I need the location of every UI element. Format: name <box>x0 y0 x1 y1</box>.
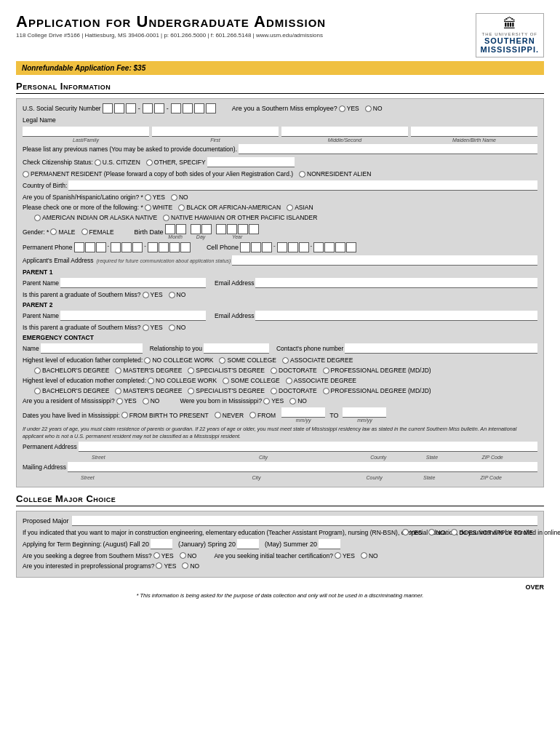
employee-yes-option[interactable]: YES <box>339 105 359 112</box>
female-option[interactable]: FEMALE <box>81 228 114 236</box>
ssn-cell-4[interactable] <box>143 103 153 113</box>
father-professional-radio[interactable] <box>323 367 329 374</box>
mailing-address-input[interactable] <box>68 462 537 472</box>
parent1-email-input[interactable] <box>255 278 537 288</box>
mother-associate-radio[interactable] <box>286 378 292 384</box>
father-associate-option[interactable]: ASSOCIATE DEGREE <box>282 356 353 364</box>
parent2-no-radio[interactable] <box>169 324 175 331</box>
parent1-name-input[interactable] <box>60 278 206 288</box>
spanish-no-option[interactable]: NO <box>171 194 188 201</box>
father-bachelors-option[interactable]: BACHELOR'S DEGREE <box>34 367 109 374</box>
day-cell-1[interactable] <box>191 224 201 234</box>
father-no-college-option[interactable]: NO COLLEGE WORK <box>144 356 213 364</box>
from-radio[interactable] <box>249 412 256 418</box>
day-cell-2[interactable] <box>201 224 212 234</box>
pacific-islander-radio[interactable] <box>163 215 169 221</box>
country-birth-input[interactable] <box>68 180 537 191</box>
employee-no-radio[interactable] <box>365 105 372 112</box>
us-citizen-radio[interactable] <box>95 159 101 166</box>
from-option[interactable]: FROM <box>249 412 276 419</box>
preprofessional-yes-option[interactable]: YES <box>156 562 176 570</box>
father-bachelors-radio[interactable] <box>34 367 41 374</box>
ssn-cell-6[interactable] <box>171 103 181 113</box>
father-specialist-radio[interactable] <box>188 367 194 374</box>
teacher-cert-no-radio[interactable] <box>361 552 367 559</box>
online-yes-radio[interactable] <box>402 529 409 535</box>
mother-some-college-radio[interactable] <box>223 378 229 384</box>
father-masters-radio[interactable] <box>115 367 121 374</box>
ms-born-no-radio[interactable] <box>289 398 296 405</box>
permanent-resident-option[interactable]: PERMANENT RESIDENT (Please forward a cop… <box>23 170 293 178</box>
us-citizen-option[interactable]: U.S. CITIZEN <box>95 159 140 166</box>
relationship-input[interactable] <box>204 343 269 354</box>
maiden-name-input[interactable] <box>411 127 537 137</box>
preprofessional-no-radio[interactable] <box>182 562 188 569</box>
online-yes-option[interactable]: YES <box>402 529 423 536</box>
does-not-apply-radio[interactable] <box>451 529 457 535</box>
online-no-radio[interactable] <box>428 529 435 535</box>
parent2-name-input[interactable] <box>60 311 206 321</box>
ssn-cell-8[interactable] <box>194 103 204 113</box>
teacher-cert-yes-radio[interactable] <box>335 552 341 559</box>
mother-bachelors-option[interactable]: BACHELOR'S DEGREE <box>34 387 109 394</box>
first-name-input[interactable] <box>152 127 279 137</box>
year-cell-1[interactable] <box>216 224 226 234</box>
parent1-yes-radio[interactable] <box>143 292 149 298</box>
ms-resident-no-radio[interactable] <box>143 398 149 405</box>
from-date-input[interactable] <box>281 407 325 418</box>
pacific-islander-option[interactable]: NATIVE HAWAIIAN OR OTHER PACIFIC ISLANDE… <box>163 214 317 221</box>
father-professional-option[interactable]: PROFESSIONAL DEGREE (MD/JD) <box>323 367 431 374</box>
mother-no-college-option[interactable]: NO COLLEGE WORK <box>148 377 217 384</box>
asian-radio[interactable] <box>287 204 293 211</box>
mother-masters-radio[interactable] <box>115 388 121 394</box>
degree-yes-radio[interactable] <box>153 552 160 559</box>
father-masters-option[interactable]: MASTER'S DEGREE <box>115 367 182 374</box>
from-birth-radio[interactable] <box>121 412 128 418</box>
year-cell-4[interactable] <box>249 224 259 234</box>
year-cell-3[interactable] <box>238 224 248 234</box>
father-some-college-option[interactable]: SOME COLLEGE <box>219 356 276 364</box>
father-doctorate-radio[interactable] <box>271 367 277 374</box>
spanish-yes-radio[interactable] <box>145 194 151 201</box>
does-not-apply-option[interactable]: DOES NOT APPLY TO ME <box>451 529 533 536</box>
father-doctorate-option[interactable]: DOCTORATE <box>271 367 317 374</box>
email-input[interactable] <box>232 255 537 266</box>
other-specify-option[interactable]: OTHER, SPECIFY <box>146 157 295 167</box>
father-specialist-option[interactable]: SPECIALIST'S DEGREE <box>188 367 265 374</box>
employee-yes-radio[interactable] <box>339 105 345 112</box>
online-no-option[interactable]: NO <box>428 529 446 536</box>
mother-no-college-radio[interactable] <box>148 378 154 384</box>
american-indian-option[interactable]: AMERICAN INDIAN OR ALASKA NATIVE <box>34 214 157 221</box>
ssn-cell-1[interactable] <box>103 103 113 113</box>
teacher-cert-no-option[interactable]: NO <box>361 552 378 559</box>
mother-doctorate-radio[interactable] <box>271 388 277 394</box>
nonresident-alien-option[interactable]: NONRESIDENT ALIEN <box>299 170 371 178</box>
mother-specialist-radio[interactable] <box>188 388 194 394</box>
parent1-no-radio[interactable] <box>169 292 175 298</box>
middle-name-input[interactable] <box>281 127 408 137</box>
spanish-no-radio[interactable] <box>171 194 177 201</box>
proposed-major-input[interactable] <box>72 516 537 526</box>
father-some-college-radio[interactable] <box>219 357 225 364</box>
mother-associate-option[interactable]: ASSOCIATE DEGREE <box>286 377 356 384</box>
parent2-yes-option[interactable]: YES <box>143 324 163 331</box>
parent2-email-input[interactable] <box>255 311 537 321</box>
month-cell-2[interactable] <box>176 224 186 234</box>
mother-masters-option[interactable]: MASTER'S DEGREE <box>115 387 182 394</box>
year-cell-2[interactable] <box>227 224 237 234</box>
ms-resident-yes-radio[interactable] <box>116 398 123 405</box>
ms-born-yes-radio[interactable] <box>263 398 270 405</box>
previous-names-input[interactable] <box>239 144 537 154</box>
never-radio[interactable] <box>215 412 221 418</box>
american-indian-radio[interactable] <box>34 215 41 221</box>
teacher-cert-yes-option[interactable]: YES <box>335 552 355 559</box>
degree-no-option[interactable]: NO <box>180 552 197 559</box>
male-radio[interactable] <box>50 228 57 235</box>
ms-resident-no-option[interactable]: NO <box>143 397 160 405</box>
degree-yes-option[interactable]: YES <box>153 552 174 559</box>
mother-professional-option[interactable]: PROFESSIONAL DEGREE (MD/JD) <box>323 387 431 394</box>
ssn-cell-9[interactable] <box>206 103 216 113</box>
preprofessional-yes-radio[interactable] <box>156 562 162 569</box>
other-specify-radio[interactable] <box>146 159 153 166</box>
ssn-cell-5[interactable] <box>154 103 164 113</box>
